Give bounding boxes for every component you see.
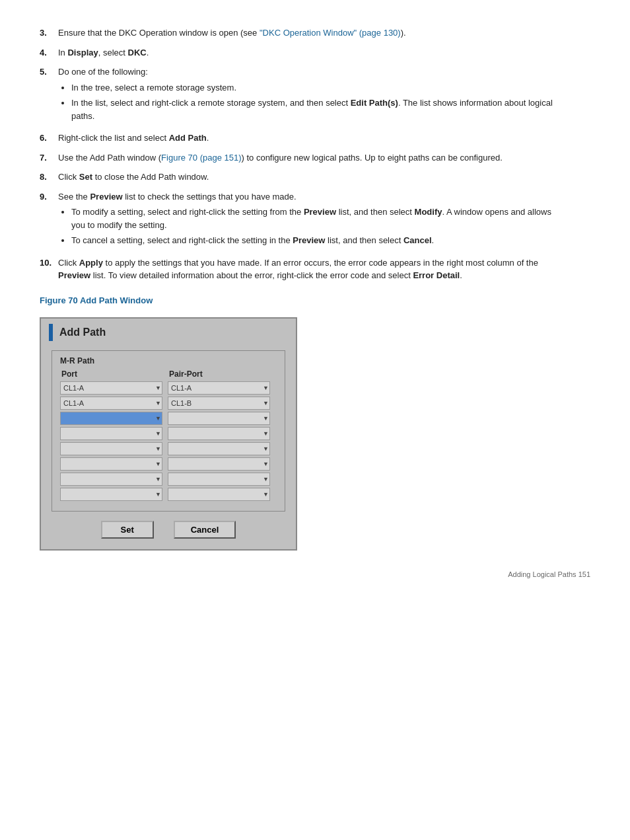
port-select-4[interactable]	[60, 427, 162, 440]
pairport-select-5[interactable]	[168, 442, 270, 455]
step-9-num: 9.	[40, 190, 58, 204]
pairport-select-4[interactable]	[168, 427, 270, 440]
path-row-6: ▼ ▼	[60, 457, 277, 471]
mr-path-group: M-R Path Port Pair-Port CL1-A ▼	[52, 350, 285, 512]
step-5-content: Do one of the following: In the tree, se…	[58, 65, 555, 125]
path-row-2: CL1-A ▼ CL1-B ▼	[60, 397, 277, 410]
port-select-7-wrapper[interactable]: ▼	[60, 473, 162, 486]
port-select-2[interactable]: CL1-A	[60, 397, 162, 410]
pairport-select-8-wrapper[interactable]: ▼	[168, 488, 270, 501]
port-select-8[interactable]	[60, 488, 162, 501]
pairport-select-2[interactable]: CL1-B	[168, 397, 270, 410]
path-row-4: ▼ ▼	[60, 427, 277, 440]
figure70-link[interactable]: Figure 70 (page 151)	[161, 153, 241, 163]
step-9-bullet-2: To cancel a setting, select and right-cl…	[71, 234, 555, 247]
figure-caption: Figure 70 Add Path Window	[40, 295, 555, 305]
path-row-5: ▼ ▼	[60, 442, 277, 455]
pairport-select-6-wrapper[interactable]: ▼	[168, 457, 270, 471]
port-select-2-wrapper[interactable]: CL1-A ▼	[60, 397, 162, 410]
dialog-title: Add Path	[59, 326, 106, 338]
port-select-4-wrapper[interactable]: ▼	[60, 427, 162, 440]
step-7-num: 7.	[40, 151, 58, 165]
port-select-1-wrapper[interactable]: CL1-A ▼	[60, 381, 162, 395]
step-3-content: Ensure that the DKC Operation window is …	[58, 26, 555, 40]
title-accent	[49, 324, 53, 341]
footer: Adding Logical Paths 151	[40, 570, 590, 578]
port-select-6-wrapper[interactable]: ▼	[60, 457, 162, 471]
pairport-select-7-wrapper[interactable]: ▼	[168, 473, 270, 486]
pairport-select-5-wrapper[interactable]: ▼	[168, 442, 270, 455]
step-4-content: In Display, select DKC.	[58, 46, 555, 59]
port-select-3-wrapper[interactable]: ▼	[60, 412, 162, 425]
step-8-num: 8.	[40, 171, 58, 184]
step-6-content: Right-click the list and select Add Path…	[58, 132, 555, 145]
port-select-5-wrapper[interactable]: ▼	[60, 442, 162, 455]
step-10-num: 10.	[40, 256, 58, 270]
step-9-content: See the Preview list to check the settin…	[58, 190, 555, 250]
step-6-num: 6.	[40, 132, 58, 145]
step-7-content: Use the Add Path window (Figure 70 (page…	[58, 151, 555, 165]
table-header: Port Pair-Port	[60, 369, 277, 379]
pairport-select-2-wrapper[interactable]: CL1-B ▼	[168, 397, 270, 410]
port-select-3[interactable]	[60, 412, 162, 425]
step-3-num: 3.	[40, 26, 58, 40]
pairport-select-3-wrapper[interactable]: ▼	[168, 412, 270, 425]
add-path-dialog: Add Path M-R Path Port Pair-Port CL1-A	[40, 317, 297, 551]
pairport-select-1[interactable]: CL1-A	[168, 381, 270, 395]
port-select-6[interactable]	[60, 457, 162, 471]
pairport-select-7[interactable]	[168, 473, 270, 486]
port-select-8-wrapper[interactable]: ▼	[60, 488, 162, 501]
col-port-header: Port	[61, 369, 169, 379]
pairport-select-4-wrapper[interactable]: ▼	[168, 427, 270, 440]
pairport-select-8[interactable]	[168, 488, 270, 501]
step-5-num: 5.	[40, 65, 58, 79]
path-row-1: CL1-A ▼ CL1-A ▼	[60, 381, 277, 395]
dkc-operation-link[interactable]: "DKC Operation Window" (page 130)	[260, 28, 401, 38]
step-10-content: Click Apply to apply the settings that y…	[58, 256, 555, 282]
group-label: M-R Path	[60, 356, 277, 365]
dialog-buttons: Set Cancel	[52, 521, 285, 539]
pairport-select-6[interactable]	[168, 457, 270, 471]
path-row-3: ▼ ▼	[60, 412, 277, 425]
cancel-button[interactable]: Cancel	[174, 521, 236, 539]
port-select-1[interactable]: CL1-A	[60, 381, 162, 395]
dialog-title-bar: Add Path	[41, 319, 296, 344]
pairport-select-3[interactable]	[168, 412, 270, 425]
pairport-select-1-wrapper[interactable]: CL1-A ▼	[168, 381, 270, 395]
step-5-bullet-1: In the tree, select a remote storage sys…	[71, 81, 555, 95]
step-8-content: Click Set to close the Add Path window.	[58, 171, 555, 184]
step-4-num: 4.	[40, 46, 58, 59]
step-9-bullet-1: To modify a setting, select and right-cl…	[71, 206, 555, 231]
port-select-5[interactable]	[60, 442, 162, 455]
path-row-8: ▼ ▼	[60, 488, 277, 501]
col-pairport-header: Pair-Port	[169, 369, 277, 379]
set-button[interactable]: Set	[101, 521, 154, 539]
path-row-7: ▼ ▼	[60, 473, 277, 486]
port-select-7[interactable]	[60, 473, 162, 486]
step-5-bullet-2: In the list, select and right-click a re…	[71, 96, 555, 122]
